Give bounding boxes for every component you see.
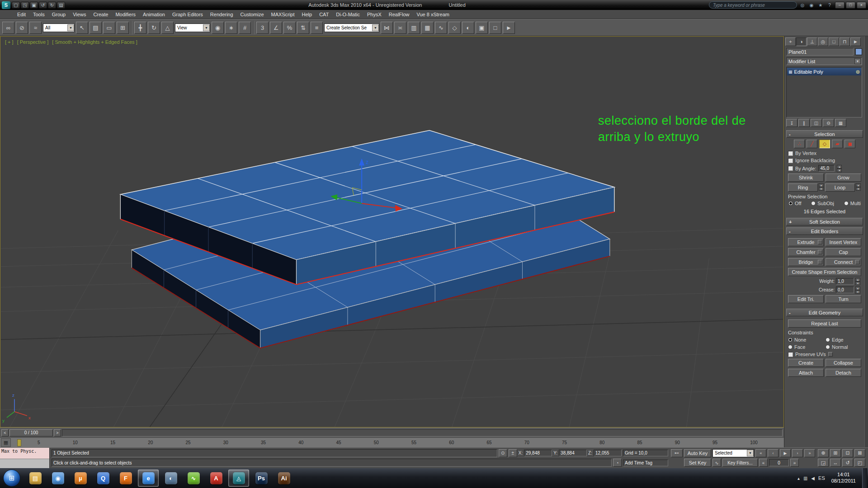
menu-item[interactable]: Di-O-Matic bbox=[332, 12, 363, 17]
set-key-mode-icon[interactable]: ⊷ bbox=[671, 449, 683, 457]
preview-multi-radio[interactable] bbox=[844, 201, 849, 206]
tab-hierarchy[interactable]: ⊥ bbox=[807, 38, 817, 46]
undo-icon[interactable]: ↺ bbox=[39, 2, 47, 9]
add-time-tag-field[interactable]: Add Time Tag bbox=[623, 460, 668, 466]
previous-frame-button[interactable]: ‹ bbox=[768, 449, 778, 457]
taskbar-explorer[interactable]: ▤ bbox=[25, 469, 46, 487]
preview-off-radio[interactable] bbox=[788, 201, 793, 206]
taskbar-utorrent[interactable]: µ bbox=[70, 469, 91, 487]
border-icon[interactable]: ◇ bbox=[819, 140, 830, 148]
rendered-frame-icon[interactable]: □ bbox=[489, 22, 501, 34]
perspective-viewport[interactable]: [ + ] [ Perspective ] [ Smooth + Highlig… bbox=[0, 36, 784, 427]
ring-button[interactable]: Ring bbox=[788, 183, 818, 192]
constraint-edge-radio[interactable] bbox=[826, 338, 830, 342]
lightbulb-icon[interactable]: ◍ bbox=[856, 69, 860, 74]
current-frame-field[interactable]: 0 bbox=[769, 459, 789, 466]
select-and-move-icon[interactable]: ╋ bbox=[134, 22, 146, 34]
mini-curve-editor-button[interactable]: ▦ bbox=[1, 438, 11, 447]
start-button[interactable]: ⊞ bbox=[3, 469, 20, 487]
time-slider-next-button[interactable]: > bbox=[54, 429, 61, 436]
key-mode-dropdown[interactable]: Selected▼ bbox=[712, 449, 754, 457]
bridge-button[interactable]: Bridge bbox=[788, 258, 824, 266]
chamfer-settings-button[interactable] bbox=[818, 250, 822, 254]
menu-item[interactable]: Create bbox=[90, 12, 112, 17]
menu-item[interactable]: Edit bbox=[14, 12, 29, 17]
menu-item[interactable]: Group bbox=[48, 12, 70, 17]
window-crossing-icon[interactable]: ⊞ bbox=[117, 22, 129, 34]
maximize-button[interactable]: □ bbox=[846, 2, 855, 9]
collapse-button[interactable]: Collapse bbox=[826, 359, 861, 367]
taskbar-quicktime[interactable]: Q bbox=[93, 469, 113, 487]
ignore-backfacing-checkbox[interactable] bbox=[788, 158, 793, 163]
listener-white-pane[interactable] bbox=[0, 459, 49, 468]
manage-links-icon[interactable]: ▤ bbox=[57, 2, 65, 9]
lock-selection-icon[interactable]: ⊙ bbox=[499, 449, 507, 457]
select-and-manipulate-icon[interactable]: ∗ bbox=[225, 22, 237, 34]
key-filters-button[interactable]: Key Filters... bbox=[722, 459, 758, 467]
select-object-icon[interactable]: ↖ bbox=[76, 22, 88, 34]
field-of-view-icon[interactable]: ◲ bbox=[818, 459, 829, 467]
close-button[interactable]: × bbox=[857, 2, 866, 9]
zoom-extents-all-icon[interactable]: ⊠ bbox=[854, 449, 865, 457]
remove-modifier-icon[interactable]: ⊖ bbox=[823, 119, 834, 127]
use-pivot-center-icon[interactable]: ◉ bbox=[212, 22, 224, 34]
modifier-stack-item[interactable]: ▦ Editable Poly ◍ bbox=[787, 68, 861, 75]
object-color-swatch[interactable] bbox=[855, 48, 862, 55]
clock[interactable]: 14:01 08/12/2011 bbox=[829, 472, 859, 484]
menu-item[interactable]: CAT bbox=[316, 12, 332, 17]
z-coordinate-field[interactable]: 12,055 bbox=[594, 450, 622, 456]
show-end-result-icon[interactable]: ∥ bbox=[798, 119, 810, 127]
listener-pink-pane[interactable]: Max to Physc. bbox=[0, 448, 49, 459]
go-to-start-button[interactable]: « bbox=[755, 449, 766, 457]
taskbar-winamp[interactable]: ∿ bbox=[183, 469, 204, 487]
menu-item[interactable]: PhysX bbox=[363, 12, 385, 17]
time-slider-prev-button[interactable]: < bbox=[1, 429, 9, 436]
keyboard-override-icon[interactable]: # bbox=[239, 22, 251, 34]
menu-item[interactable]: Graph Editors bbox=[169, 12, 207, 17]
loop-button[interactable]: Loop bbox=[825, 183, 855, 192]
by-angle-checkbox[interactable] bbox=[788, 166, 793, 171]
selection-filter-dropdown[interactable]: All▼ bbox=[43, 23, 75, 32]
new-scene-icon[interactable]: ▢ bbox=[12, 2, 20, 9]
tray-network-icon[interactable]: ▥ bbox=[803, 476, 807, 481]
menu-item[interactable]: Animation bbox=[139, 12, 169, 17]
by-angle-spinner[interactable]: ▲▼ bbox=[837, 165, 842, 172]
repeat-last-button[interactable]: Repeat Last bbox=[788, 319, 861, 328]
graphite-tools-icon[interactable]: ▦ bbox=[421, 22, 434, 34]
grow-button[interactable]: Grow bbox=[826, 174, 861, 182]
play-button[interactable]: ▶ bbox=[780, 449, 791, 457]
go-to-end-button[interactable]: » bbox=[804, 449, 815, 457]
bridge-settings-button[interactable] bbox=[818, 260, 822, 264]
object-name-field[interactable]: Plane01 bbox=[786, 48, 854, 56]
tab-create[interactable]: + bbox=[785, 38, 796, 46]
viewport-canvas[interactable]: z z x y bbox=[0, 37, 783, 427]
align-icon[interactable]: ≍ bbox=[394, 22, 406, 34]
hidden-icons-icon[interactable]: ▴ bbox=[797, 476, 800, 481]
crease-field[interactable]: 0,0 bbox=[836, 286, 854, 293]
rollout-soft-selection-header[interactable]: + Soft Selection bbox=[786, 218, 863, 225]
taskbar-illustrator[interactable]: Ai bbox=[274, 469, 294, 487]
loop-spinner[interactable]: ▲▼ bbox=[856, 183, 861, 190]
tab-modify[interactable]: ◑ bbox=[796, 38, 807, 46]
extrude-settings-button[interactable] bbox=[818, 240, 822, 244]
arc-rotate-icon[interactable]: ↺ bbox=[842, 459, 853, 467]
unlink-selection-icon[interactable]: ⊘ bbox=[16, 22, 28, 34]
make-unique-icon[interactable]: ◫ bbox=[811, 119, 822, 127]
help-icon[interactable]: ? bbox=[826, 2, 834, 9]
detach-button[interactable]: Detach bbox=[826, 369, 861, 377]
infocenter-search-input[interactable]: Type a keyword or phrase bbox=[709, 1, 797, 9]
select-and-rotate-icon[interactable]: ↻ bbox=[148, 22, 160, 34]
viewport-general-menu[interactable]: [ + ] bbox=[5, 39, 14, 45]
taskbar-internet-explorer[interactable]: e bbox=[138, 469, 159, 487]
x-coordinate-field[interactable]: 29,848 bbox=[524, 450, 552, 456]
communication-center-icon[interactable]: ◉ bbox=[807, 2, 816, 9]
spinner-snap-icon[interactable]: ⇅ bbox=[297, 22, 309, 34]
polygon-icon[interactable]: ▰ bbox=[832, 140, 843, 148]
crease-spinner[interactable]: ▲▼ bbox=[855, 286, 860, 293]
search-icon[interactable]: ◎ bbox=[798, 2, 807, 9]
connect-button[interactable]: Connect bbox=[826, 258, 861, 266]
menu-item[interactable]: Customize bbox=[237, 12, 268, 17]
preserve-uvs-settings-button[interactable] bbox=[828, 352, 833, 357]
minimize-button[interactable]: – bbox=[835, 2, 844, 9]
menu-item[interactable]: Tools bbox=[29, 12, 48, 17]
